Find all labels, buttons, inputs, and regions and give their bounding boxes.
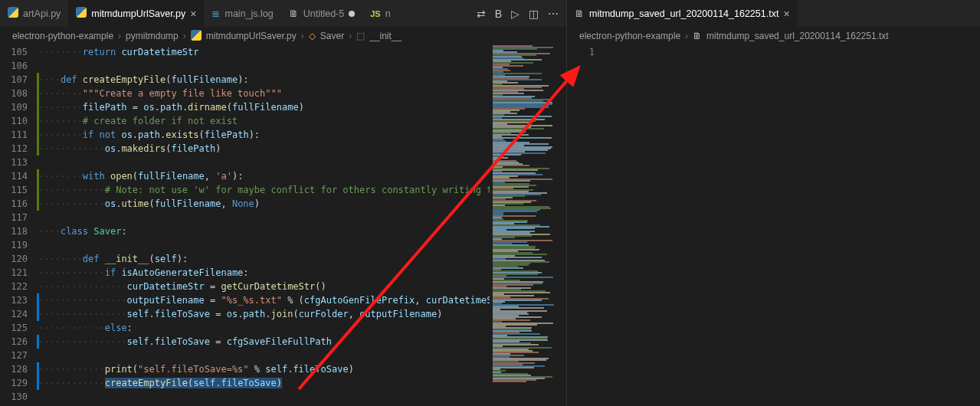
code-line[interactable]: ············createEmptyFile(self.fileToS… <box>38 376 490 390</box>
run-icon[interactable]: ▷ <box>511 8 519 20</box>
tab-0[interactable]: 🗎mitmdump_saved_url_20200114_162251.txt× <box>567 0 798 27</box>
tab-2[interactable]: ≣main_js.log <box>204 0 280 27</box>
tab-label: mitmdumpUrlSaver.py <box>91 8 185 19</box>
code-line[interactable]: ············os.utime(fullFilename, None) <box>38 197 490 211</box>
code-line[interactable]: ················outputFilename = "%s_%s.… <box>38 293 490 307</box>
code-line[interactable]: ········filePath = os.path.dirname(fullF… <box>38 100 490 114</box>
method-icon: ⬚ <box>356 31 365 41</box>
editor-left[interactable]: 1051061071081091101111121131141151161171… <box>0 45 566 406</box>
breadcrumb-segment[interactable]: electron-python-example <box>579 31 680 41</box>
dirty-indicator-icon <box>349 11 355 17</box>
compare-icon[interactable]: ⇄ <box>477 8 486 20</box>
minimap[interactable] <box>490 45 566 406</box>
log-icon: ≣ <box>211 8 220 19</box>
code-line[interactable]: ················self.fileToSave = cfgSav… <box>38 335 490 349</box>
code-line[interactable]: ················curDatetimeStr = getCurD… <box>38 280 490 293</box>
breadcrumb-segment[interactable]: __init__ <box>369 31 402 41</box>
file-icon: 🗎 <box>289 8 299 19</box>
change-indicator-bar <box>37 45 39 406</box>
breadcrumb-segment[interactable]: pymitmdump <box>126 31 179 41</box>
close-icon[interactable]: × <box>783 8 789 20</box>
code-area[interactable]: ········return curDatetimeStr····def cre… <box>38 45 490 406</box>
breadcrumb-right[interactable]: electron-python-example›🗎mitmdump_saved_… <box>567 27 980 45</box>
code-line[interactable]: ····class Saver: <box>38 224 490 238</box>
code-line[interactable] <box>38 211 490 224</box>
js-icon: JS <box>370 9 380 18</box>
tab-label: Untitled-5 <box>303 8 345 19</box>
tab-label: main_js.log <box>225 8 273 19</box>
tab-3[interactable]: 🗎Untitled-5 <box>281 0 363 27</box>
python-icon <box>76 7 87 20</box>
code-line[interactable] <box>38 390 490 404</box>
code-line[interactable] <box>605 45 980 59</box>
editor-pane-left: artApi.pymitmdumpUrlSaver.py×≣main_js.lo… <box>0 0 567 406</box>
code-line[interactable]: ················self.fileToSave = os.pat… <box>38 307 490 321</box>
line-gutter: 1051061071081091101111121131141151161171… <box>0 45 38 406</box>
breadcrumb-left[interactable]: electron-python-example›pymitmdump›mitmd… <box>0 27 566 45</box>
code-line[interactable]: ············os.makedirs(filePath) <box>38 142 490 156</box>
tab-bar-right: 🗎mitmdump_saved_url_20200114_162251.txt× <box>567 0 980 27</box>
editor-pane-right: 🗎mitmdump_saved_url_20200114_162251.txt×… <box>567 0 980 406</box>
breadcrumb-segment[interactable]: mitmdump_saved_url_20200114_162251.txt <box>706 31 889 41</box>
code-line[interactable]: ············if isAutoGenerateFilename: <box>38 266 490 280</box>
code-area[interactable] <box>605 45 980 406</box>
breadcrumb-segment[interactable]: mitmdumpUrlSaver.py <box>206 31 297 41</box>
code-line[interactable] <box>38 238 490 252</box>
code-line[interactable] <box>38 349 490 362</box>
code-line[interactable]: ········"""Create a empty file like touc… <box>38 87 490 100</box>
file-icon: 🗎 <box>693 31 702 41</box>
code-line[interactable]: ············print("self.fileToSave=%s" %… <box>38 362 490 376</box>
file-icon: 🗎 <box>575 8 585 19</box>
code-line[interactable]: ········def __init__(self): <box>38 252 490 266</box>
breadcrumb-segment[interactable]: electron-python-example <box>12 31 113 41</box>
tab-label: artApi.py <box>23 8 61 19</box>
code-line[interactable] <box>38 59 490 73</box>
line-gutter: 1 <box>567 45 605 406</box>
code-line[interactable]: ············# Note: not use 'w' for mayb… <box>38 183 490 197</box>
code-line[interactable]: ····def createEmptyFile(fullFilename): <box>38 73 490 87</box>
python-icon <box>191 30 202 43</box>
code-line[interactable] <box>38 156 490 169</box>
split-editor-icon[interactable]: ◫ <box>529 8 539 20</box>
class-icon: ◇ <box>309 31 316 41</box>
code-line[interactable]: ········# create folder if not exist <box>38 114 490 128</box>
code-line[interactable]: ········if not os.path.exists(filePath): <box>38 128 490 142</box>
breadcrumb-segment[interactable]: Saver <box>320 31 344 41</box>
editor-right[interactable]: 1 <box>567 45 980 406</box>
code-line[interactable]: ········with open(fullFilename, 'a'): <box>38 169 490 183</box>
close-icon[interactable]: × <box>190 8 196 20</box>
tab-label: n <box>385 8 391 19</box>
tab-4[interactable]: JSn <box>362 0 398 27</box>
code-line[interactable]: ············else: <box>38 321 490 335</box>
bold-icon[interactable]: B <box>495 8 502 20</box>
python-icon <box>8 7 18 20</box>
more-icon[interactable]: ⋯ <box>548 8 559 20</box>
tab-0[interactable]: artApi.py <box>0 0 68 27</box>
code-line[interactable]: ········return curDatetimeStr <box>38 45 490 59</box>
tab-1[interactable]: mitmdumpUrlSaver.py× <box>68 0 204 27</box>
tab-label: mitmdump_saved_url_20200114_162251.txt <box>589 8 778 19</box>
tab-bar-left: artApi.pymitmdumpUrlSaver.py×≣main_js.lo… <box>0 0 566 27</box>
